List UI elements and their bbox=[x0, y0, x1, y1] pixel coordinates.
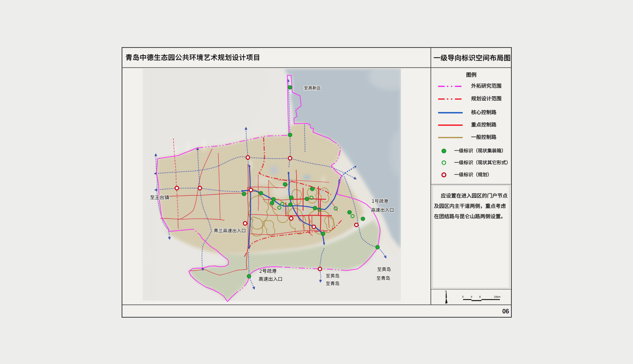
svg-text:1: 1 bbox=[372, 198, 374, 204]
svg-text:2: 2 bbox=[259, 269, 262, 274]
svg-text:4: 4 bbox=[471, 295, 472, 298]
svg-text:8: 8 bbox=[479, 295, 481, 298]
svg-text:0: 0 bbox=[462, 295, 464, 298]
svg-text:N: N bbox=[445, 290, 447, 292]
svg-text:16km: 16km bbox=[494, 295, 501, 298]
svg-text:06: 06 bbox=[502, 308, 509, 315]
